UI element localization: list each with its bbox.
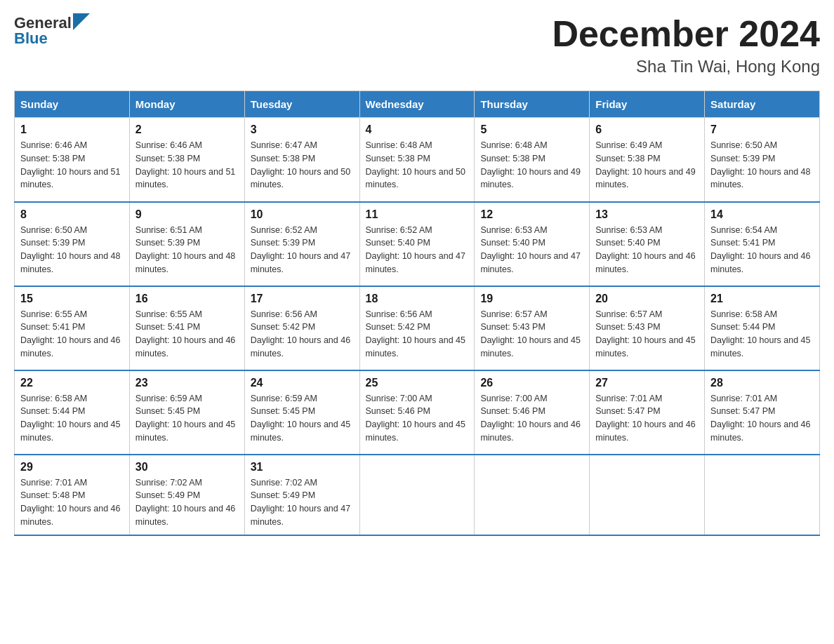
daylight-text: Daylight: 10 hours and 50 minutes. [251,167,350,190]
day-number: 29 [20,461,124,474]
daylight-text: Daylight: 10 hours and 46 minutes. [135,335,235,358]
calendar-cell: 11 Sunrise: 6:52 AM Sunset: 5:40 PM Dayl… [359,202,475,286]
daylight-text: Daylight: 10 hours and 47 minutes. [366,251,465,274]
day-info: Sunrise: 6:50 AM Sunset: 5:39 PM Dayligh… [20,224,124,276]
daylight-text: Daylight: 10 hours and 47 minutes. [251,504,350,527]
sunset-text: Sunset: 5:39 PM [135,238,200,248]
day-info: Sunrise: 6:54 AM Sunset: 5:41 PM Dayligh… [710,224,814,276]
daylight-text: Daylight: 10 hours and 46 minutes. [480,420,580,443]
day-info: Sunrise: 6:56 AM Sunset: 5:42 PM Dayligh… [366,308,469,361]
day-info: Sunrise: 6:58 AM Sunset: 5:44 PM Dayligh… [710,308,814,361]
daylight-text: Daylight: 10 hours and 46 minutes. [595,251,695,274]
sunset-text: Sunset: 5:41 PM [20,322,85,332]
calendar-cell: 24 Sunrise: 6:59 AM Sunset: 5:45 PM Dayl… [244,370,359,455]
calendar-body: 1 Sunrise: 6:46 AM Sunset: 5:38 PM Dayli… [15,118,820,535]
calendar-cell [705,455,820,535]
day-number: 27 [595,377,699,389]
daylight-text: Daylight: 10 hours and 46 minutes. [135,504,235,527]
header-cell-tuesday: Tuesday [244,91,359,118]
calendar-cell: 16 Sunrise: 6:55 AM Sunset: 5:41 PM Dayl… [129,286,244,370]
sunrise-text: Sunrise: 6:57 AM [480,309,547,319]
calendar-cell: 25 Sunrise: 7:00 AM Sunset: 5:46 PM Dayl… [359,370,475,455]
daylight-text: Daylight: 10 hours and 47 minutes. [480,251,580,274]
day-number: 5 [480,123,583,136]
calendar-cell: 3 Sunrise: 6:47 AM Sunset: 5:38 PM Dayli… [244,118,359,202]
logo-triangle-icon [73,13,90,30]
sunrise-text: Sunrise: 6:56 AM [366,309,432,319]
day-number: 2 [135,123,239,136]
daylight-text: Daylight: 10 hours and 45 minutes. [710,335,810,358]
day-number: 16 [135,293,239,305]
day-number: 24 [251,377,354,389]
calendar-cell: 4 Sunrise: 6:48 AM Sunset: 5:38 PM Dayli… [359,118,475,202]
sunset-text: Sunset: 5:42 PM [251,322,315,332]
sunrise-text: Sunrise: 6:58 AM [710,309,777,319]
sunset-text: Sunset: 5:39 PM [251,238,315,248]
day-number: 14 [710,208,814,221]
sunset-text: Sunset: 5:38 PM [135,154,200,163]
daylight-text: Daylight: 10 hours and 51 minutes. [135,167,235,190]
daylight-text: Daylight: 10 hours and 49 minutes. [595,167,695,190]
day-info: Sunrise: 7:01 AM Sunset: 5:47 PM Dayligh… [710,392,814,445]
header-cell-friday: Friday [590,91,705,118]
calendar-header: SundayMondayTuesdayWednesdayThursdayFrid… [15,91,820,118]
calendar-cell: 12 Sunrise: 6:53 AM Sunset: 5:40 PM Dayl… [475,202,590,286]
calendar-cell: 29 Sunrise: 7:01 AM Sunset: 5:48 PM Dayl… [15,455,130,535]
calendar-week-5: 29 Sunrise: 7:01 AM Sunset: 5:48 PM Dayl… [15,455,820,535]
sunset-text: Sunset: 5:38 PM [20,154,85,163]
day-info: Sunrise: 6:47 AM Sunset: 5:38 PM Dayligh… [251,139,354,192]
daylight-text: Daylight: 10 hours and 45 minutes. [251,420,350,443]
day-info: Sunrise: 6:59 AM Sunset: 5:45 PM Dayligh… [135,392,239,445]
sunset-text: Sunset: 5:40 PM [366,238,430,248]
sunrise-text: Sunrise: 6:46 AM [20,140,87,150]
sunset-text: Sunset: 5:39 PM [20,238,85,248]
daylight-text: Daylight: 10 hours and 46 minutes. [20,335,120,358]
sunrise-text: Sunrise: 6:49 AM [595,140,662,150]
logo-blue-text: Blue [14,29,90,48]
sunset-text: Sunset: 5:40 PM [480,238,545,248]
day-info: Sunrise: 7:01 AM Sunset: 5:48 PM Dayligh… [20,476,124,529]
daylight-text: Daylight: 10 hours and 46 minutes. [595,420,695,443]
daylight-text: Daylight: 10 hours and 48 minutes. [710,167,810,190]
daylight-text: Daylight: 10 hours and 46 minutes. [20,504,120,527]
day-info: Sunrise: 6:56 AM Sunset: 5:42 PM Dayligh… [251,308,354,361]
day-info: Sunrise: 6:53 AM Sunset: 5:40 PM Dayligh… [480,224,583,276]
page-header: General Blue December 2024 Sha Tin Wai, … [14,14,820,76]
day-number: 4 [366,123,469,136]
day-number: 9 [135,208,239,221]
sunrise-text: Sunrise: 7:01 AM [20,478,87,488]
calendar-cell: 2 Sunrise: 6:46 AM Sunset: 5:38 PM Dayli… [129,118,244,202]
calendar-cell: 6 Sunrise: 6:49 AM Sunset: 5:38 PM Dayli… [590,118,705,202]
header-cell-saturday: Saturday [705,91,820,118]
day-number: 17 [251,293,354,305]
sunrise-text: Sunrise: 7:02 AM [135,478,202,488]
sunrise-text: Sunrise: 6:59 AM [135,394,202,403]
sunrise-text: Sunrise: 6:51 AM [135,225,202,235]
header-cell-sunday: Sunday [15,91,130,118]
sunset-text: Sunset: 5:46 PM [366,406,430,416]
sunset-text: Sunset: 5:41 PM [135,322,200,332]
sunrise-text: Sunrise: 6:52 AM [366,225,432,235]
calendar-cell: 15 Sunrise: 6:55 AM Sunset: 5:41 PM Dayl… [15,286,130,370]
daylight-text: Daylight: 10 hours and 45 minutes. [595,335,695,358]
calendar-cell: 1 Sunrise: 6:46 AM Sunset: 5:38 PM Dayli… [15,118,130,202]
day-number: 8 [20,208,124,221]
calendar-cell [475,455,590,535]
day-info: Sunrise: 7:00 AM Sunset: 5:46 PM Dayligh… [480,392,583,445]
sunset-text: Sunset: 5:38 PM [480,154,545,163]
location-subtitle: Sha Tin Wai, Hong Kong [552,57,820,76]
daylight-text: Daylight: 10 hours and 46 minutes. [251,335,350,358]
sunset-text: Sunset: 5:40 PM [595,238,660,248]
day-number: 20 [595,293,699,305]
calendar-cell: 23 Sunrise: 6:59 AM Sunset: 5:45 PM Dayl… [129,370,244,455]
calendar-week-3: 15 Sunrise: 6:55 AM Sunset: 5:41 PM Dayl… [15,286,820,370]
sunset-text: Sunset: 5:38 PM [595,154,660,163]
day-number: 31 [251,461,354,474]
sunrise-text: Sunrise: 6:53 AM [480,225,547,235]
calendar-cell: 26 Sunrise: 7:00 AM Sunset: 5:46 PM Dayl… [475,370,590,455]
sunset-text: Sunset: 5:47 PM [595,406,660,416]
day-number: 30 [135,461,239,474]
daylight-text: Daylight: 10 hours and 50 minutes. [366,167,465,190]
day-number: 22 [20,377,124,389]
day-info: Sunrise: 6:58 AM Sunset: 5:44 PM Dayligh… [20,392,124,445]
